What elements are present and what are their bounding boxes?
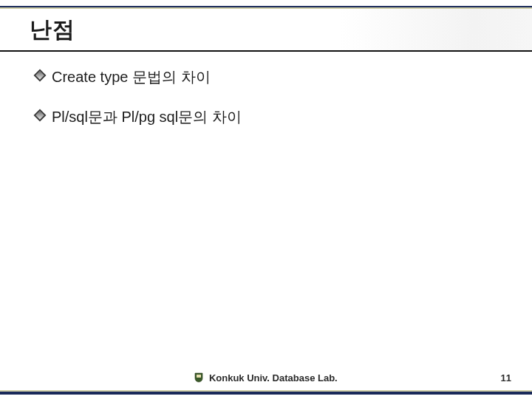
title-underline [0, 50, 532, 52]
bullet-item: Pl/sql문과 Pl/pg sql문의 차이 [35, 106, 502, 127]
footer: Konkuk Univ. Database Lab. 11 [0, 372, 532, 389]
slide: 난점 Create type 문법의 차이 Pl/sql문과 Pl/pg sql… [0, 0, 532, 399]
bullet-item: Create type 문법의 차이 [35, 66, 502, 87]
diamond-bullet-icon [34, 69, 47, 82]
title-area: 난점 [30, 15, 532, 45]
university-crest-icon [194, 372, 203, 383]
slide-title: 난점 [30, 15, 532, 45]
diamond-bullet-icon [34, 109, 47, 122]
footer-org: Konkuk Univ. Database Lab. [209, 372, 338, 383]
bottom-rule [0, 390, 532, 395]
footer-center: Konkuk Univ. Database Lab. [0, 372, 532, 383]
page-number: 11 [501, 372, 511, 383]
svg-rect-0 [197, 375, 201, 378]
bullet-text: Create type 문법의 차이 [52, 66, 211, 87]
bullet-text: Pl/sql문과 Pl/pg sql문의 차이 [52, 106, 242, 127]
top-rule [0, 6, 532, 9]
body: Create type 문법의 차이 Pl/sql문과 Pl/pg sql문의 … [35, 66, 502, 146]
